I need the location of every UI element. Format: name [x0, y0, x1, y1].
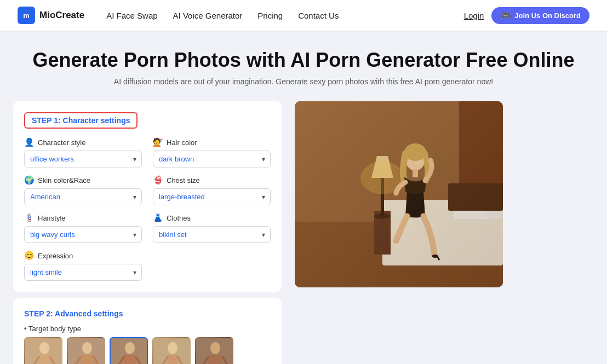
body-type-1[interactable] — [24, 337, 62, 364]
hairstyle-icon: 💈 — [24, 213, 35, 223]
chest-size-icon: 👙 — [153, 175, 163, 185]
step1-box: STEP 1: Character settings 👤 Character s… — [13, 101, 282, 292]
body-type-3[interactable] — [110, 337, 148, 364]
character-style-select[interactable]: office workers school girl nurse maid ca… — [24, 151, 142, 167]
character-style-select-wrapper: office workers school girl nurse maid ca… — [24, 151, 142, 167]
step2-label: STEP 2: — [24, 309, 53, 318]
chest-size-select[interactable]: large-breasted medium small extra large — [153, 188, 271, 205]
clothes-group: 👗 Clothes bikini set lingerie naked dres… — [153, 213, 271, 243]
svg-rect-53 — [295, 101, 503, 287]
hairstyle-select-wrapper: big wavy curls straight ponytail bun sho… — [24, 226, 142, 243]
svg-rect-9 — [81, 355, 94, 364]
nav-contact-us[interactable]: Contact Us — [298, 11, 339, 20]
discord-button[interactable]: 🎮 Join Us On Discord — [491, 7, 589, 24]
hair-color-label: 💇 Hair color — [153, 137, 271, 147]
clothes-label: 👗 Clothes — [153, 213, 271, 223]
hair-color-icon: 💇 — [153, 137, 163, 147]
hair-color-select-wrapper: dark brown blonde black red auburn — [153, 151, 271, 167]
character-style-label: 👤 Character style — [24, 137, 142, 147]
step2-header: STEP 2: Advanced settings — [24, 309, 271, 318]
header-right: Login 🎮 Join Us On Discord — [464, 7, 589, 24]
character-style-icon: 👤 — [24, 137, 35, 147]
clothes-select[interactable]: bikini set lingerie naked dress casual — [153, 226, 271, 243]
discord-icon: 🎮 — [500, 10, 511, 21]
header: m MioCreate AI Face Swap AI Voice Genera… — [0, 0, 607, 31]
nav-pricing[interactable]: Pricing — [257, 11, 283, 20]
left-panel: STEP 1: Character settings 👤 Character s… — [13, 101, 282, 364]
chest-size-label: 👙 Chest size — [153, 175, 271, 185]
expression-icon: 😊 — [24, 251, 35, 261]
page: Generate Porn Photos with AI Porn Genera… — [0, 31, 607, 364]
clothes-select-wrapper: bikini set lingerie naked dress casual — [153, 226, 271, 243]
svg-point-1 — [39, 342, 49, 354]
skin-race-icon: 🌍 — [24, 175, 35, 185]
expression-group: 😊 Expression light smile serious seducti… — [24, 251, 142, 281]
skin-race-select-wrapper: American Asian European African Latina — [24, 188, 142, 205]
logo-area: m MioCreate — [18, 7, 84, 24]
step2-title: Advanced settings — [55, 309, 123, 318]
logo-text: MioCreate — [39, 10, 84, 21]
nav-ai-face-swap[interactable]: AI Face Swap — [106, 11, 157, 20]
svg-point-15 — [125, 342, 135, 354]
expression-label: 😊 Expression — [24, 251, 142, 261]
logo-icon: m — [18, 7, 35, 24]
body-type-label: • Target body type — [24, 325, 271, 333]
svg-rect-23 — [168, 355, 177, 364]
expression-select[interactable]: light smile serious seductive shy playfu… — [24, 264, 142, 281]
settings-grid: 👤 Character style office workers school … — [24, 137, 271, 281]
svg-point-8 — [82, 342, 92, 354]
chest-size-select-wrapper: large-breasted medium small extra large — [153, 188, 271, 205]
step1-header-text: STEP 1: Character settings — [32, 116, 130, 125]
hairstyle-label: 💈 Hairstyle — [24, 213, 142, 223]
generated-image — [295, 101, 503, 287]
step1-title: Character settings — [63, 116, 130, 125]
page-subtitle: AI diffusion models are out of your imag… — [13, 77, 594, 86]
body-type-grid — [24, 337, 271, 364]
hair-color-select[interactable]: dark brown blonde black red auburn — [153, 151, 271, 167]
clothes-icon: 👗 — [153, 213, 163, 223]
step1-label: STEP 1: — [32, 116, 61, 125]
step1-header: STEP 1: Character settings — [24, 112, 138, 129]
body-type-5[interactable] — [195, 337, 233, 364]
skin-race-select[interactable]: American Asian European African Latina — [24, 188, 142, 205]
svg-rect-30 — [208, 355, 222, 364]
hair-color-group: 💇 Hair color dark brown blonde black red… — [153, 137, 271, 167]
page-title: Generate Porn Photos with AI Porn Genera… — [13, 48, 594, 72]
svg-point-29 — [210, 342, 220, 354]
nav: AI Face Swap AI Voice Generator Pricing … — [106, 11, 463, 20]
body-type-4[interactable] — [152, 337, 191, 364]
body-type-2[interactable] — [67, 337, 105, 364]
hairstyle-select[interactable]: big wavy curls straight ponytail bun sho… — [24, 226, 142, 243]
chest-size-group: 👙 Chest size large-breasted medium small… — [153, 175, 271, 205]
main-layout: STEP 1: Character settings 👤 Character s… — [13, 101, 594, 364]
svg-point-22 — [168, 342, 177, 354]
right-panel — [295, 101, 594, 287]
login-button[interactable]: Login — [464, 11, 484, 20]
svg-rect-2 — [39, 355, 50, 364]
skin-race-label: 🌍 Skin color&Race — [24, 175, 142, 185]
bedroom-scene-svg — [295, 101, 503, 287]
expression-select-wrapper: light smile serious seductive shy playfu… — [24, 264, 142, 281]
character-style-group: 👤 Character style office workers school … — [24, 137, 142, 167]
hairstyle-group: 💈 Hairstyle big wavy curls straight pony… — [24, 213, 142, 243]
step2-box: STEP 2: Advanced settings • Target body … — [13, 298, 282, 364]
svg-rect-16 — [124, 355, 136, 364]
discord-label: Join Us On Discord — [514, 11, 581, 20]
nav-ai-voice-generator[interactable]: AI Voice Generator — [173, 11, 243, 20]
skin-race-group: 🌍 Skin color&Race American Asian Europea… — [24, 175, 142, 205]
